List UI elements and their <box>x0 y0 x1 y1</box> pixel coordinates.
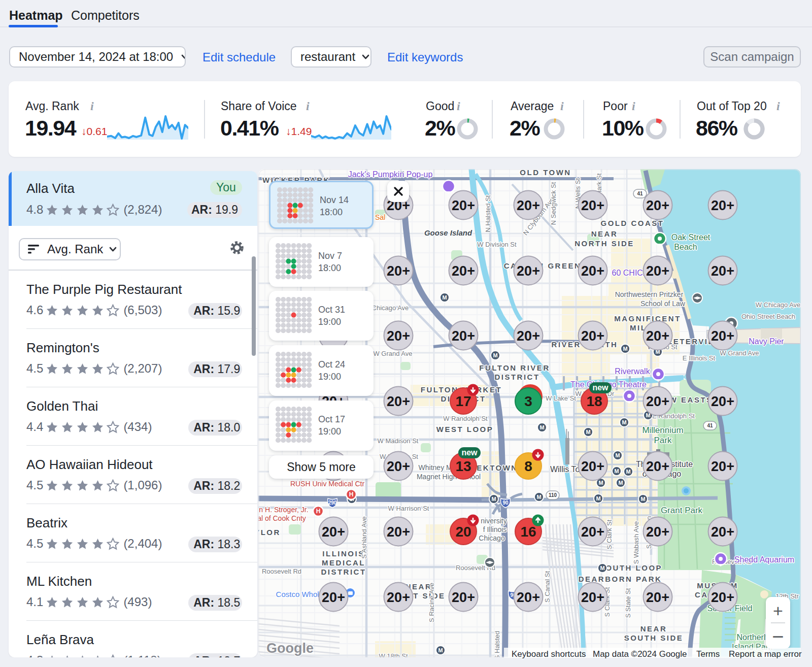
svg-text:M: M <box>438 647 443 653</box>
svg-text:290: 290 <box>328 500 337 506</box>
svg-text:Oak Street: Oak Street <box>671 233 710 242</box>
svg-text:M: M <box>622 419 626 425</box>
svg-text:20+: 20+ <box>322 524 345 540</box>
svg-text:S Canal St: S Canal St <box>544 571 551 603</box>
svg-text:20+: 20+ <box>452 328 475 344</box>
svg-text:20+: 20+ <box>387 263 410 279</box>
svg-text:20+: 20+ <box>711 524 734 540</box>
svg-text:20+: 20+ <box>387 394 410 409</box>
svg-text:W Grand Ave: W Grand Ave <box>373 350 412 357</box>
svg-text:YLOR: YLOR <box>258 528 281 537</box>
svg-text:16: 16 <box>520 524 536 540</box>
svg-text:N Sedgwick St: N Sedgwick St <box>550 182 557 225</box>
svg-text:OLD TOWN: OLD TOWN <box>520 169 571 177</box>
svg-text:20+: 20+ <box>322 590 345 605</box>
svg-text:M: M <box>626 469 630 475</box>
svg-text:20+: 20+ <box>581 524 604 540</box>
svg-text:M: M <box>596 495 600 502</box>
svg-text:Chicago: Chicago <box>479 534 505 542</box>
svg-text:new: new <box>592 383 608 392</box>
svg-text:FULTON RIVER: FULTON RIVER <box>479 363 550 372</box>
svg-text:W Chicago Ave: W Chicago Ave <box>756 301 801 309</box>
svg-text:M: M <box>536 494 541 500</box>
svg-text:13: 13 <box>455 458 471 474</box>
svg-text:S Ashland Ave: S Ashland Ave <box>360 516 368 559</box>
svg-text:20+: 20+ <box>581 328 604 344</box>
svg-text:20+: 20+ <box>646 394 669 409</box>
svg-text:Roosevelt Rd: Roosevelt Rd <box>262 568 301 575</box>
svg-text:WEST LOOP: WEST LOOP <box>436 425 494 433</box>
svg-text:NEAR: NEAR <box>591 229 618 238</box>
svg-text:DISTRICT: DISTRICT <box>494 373 539 381</box>
svg-text:W Harrison St: W Harrison St <box>388 505 429 512</box>
svg-text:M: M <box>493 352 497 358</box>
svg-text:W Grand Ave: W Grand Ave <box>720 349 759 357</box>
svg-text:20+: 20+ <box>452 263 475 279</box>
svg-text:M: M <box>615 452 620 458</box>
svg-text:20+: 20+ <box>646 263 669 279</box>
svg-text:Sal: Sal <box>375 213 385 221</box>
svg-text:W Lake St: W Lake St <box>546 394 576 402</box>
svg-text:18: 18 <box>586 393 602 409</box>
svg-text:20+: 20+ <box>646 328 669 344</box>
svg-text:Millennium: Millennium <box>642 425 683 435</box>
svg-text:new: new <box>461 448 478 457</box>
svg-text:20+: 20+ <box>581 198 604 213</box>
svg-text:Grant Park: Grant Park <box>661 506 703 515</box>
svg-text:DISTRICT: DISTRICT <box>321 568 366 576</box>
svg-text:W Randolph St: W Randolph St <box>443 415 488 422</box>
svg-text:20+: 20+ <box>711 328 734 344</box>
svg-text:MEDICAL: MEDICAL <box>322 558 365 567</box>
svg-text:Beach: Beach <box>674 243 697 251</box>
svg-text:NEAR: NEAR <box>640 624 667 633</box>
svg-text:41: 41 <box>637 191 643 196</box>
svg-text:W Madison St: W Madison St <box>378 437 419 445</box>
svg-text:Northerly: Northerly <box>737 633 770 642</box>
svg-text:MAGNIFICENT: MAGNIFICENT <box>614 314 681 323</box>
svg-text:110: 110 <box>549 492 557 498</box>
svg-text:20+: 20+ <box>711 198 734 213</box>
svg-text:Park: Park <box>654 436 672 445</box>
svg-text:20+: 20+ <box>517 328 540 344</box>
svg-text:E Illinois St: E Illinois St <box>683 354 716 362</box>
svg-text:M: M <box>614 468 619 474</box>
svg-text:H: H <box>349 491 354 498</box>
svg-text:20+: 20+ <box>646 590 669 605</box>
svg-text:S Wabash Ave: S Wabash Ave <box>632 521 640 564</box>
svg-text:M: M <box>600 565 604 571</box>
svg-text:Navy Pier: Navy Pier <box>749 337 784 346</box>
svg-text:Shedd Aquarium: Shedd Aquarium <box>734 555 794 564</box>
svg-text:20+: 20+ <box>387 590 410 605</box>
svg-text:20+: 20+ <box>581 263 604 279</box>
svg-text:Northwestern Pritzker: Northwestern Pritzker <box>615 290 684 298</box>
svg-text:20+: 20+ <box>452 590 475 605</box>
svg-text:M: M <box>640 496 645 502</box>
svg-text:M: M <box>618 480 623 486</box>
svg-text:20+: 20+ <box>517 263 540 279</box>
svg-text:n H. Stroger, Jr.: n H. Stroger, Jr. <box>259 506 308 514</box>
svg-text:90: 90 <box>502 500 509 506</box>
svg-text:20+: 20+ <box>711 459 734 474</box>
svg-text:niversity: niversity <box>481 517 506 525</box>
svg-text:Ohio Street Beach: Ohio Street Beach <box>741 313 795 320</box>
svg-text:20+: 20+ <box>711 394 734 409</box>
svg-text:Riverwalk: Riverwalk <box>615 367 650 376</box>
svg-text:GOLD COAST: GOLD COAST <box>601 219 664 227</box>
svg-text:N Halsted St: N Halsted St <box>484 195 492 232</box>
svg-text:Jack's Pumpkin Pop-up: Jack's Pumpkin Pop-up <box>348 170 433 179</box>
svg-text:RUSH Univ Medical Ctr: RUSH Univ Medical Ctr <box>290 480 365 488</box>
svg-text:3: 3 <box>524 393 532 409</box>
svg-text:20+: 20+ <box>711 263 734 279</box>
svg-text:20+: 20+ <box>646 459 669 474</box>
svg-text:20+: 20+ <box>452 198 475 213</box>
svg-text:M: M <box>491 496 496 502</box>
svg-text:H: H <box>316 508 321 515</box>
svg-text:f Illinois: f Illinois <box>483 525 507 533</box>
svg-text:20+: 20+ <box>517 198 540 213</box>
svg-text:SOUTH SIDE: SOUTH SIDE <box>624 633 684 642</box>
svg-text:20+: 20+ <box>387 459 410 474</box>
svg-text:Goose Island: Goose Island <box>424 228 472 237</box>
svg-text:SOUTH LOOP: SOUTH LOOP <box>599 563 662 572</box>
svg-text:S State St: S State St <box>624 588 632 618</box>
svg-text:al of Cook Cnty: al of Cook Cnty <box>258 514 306 522</box>
